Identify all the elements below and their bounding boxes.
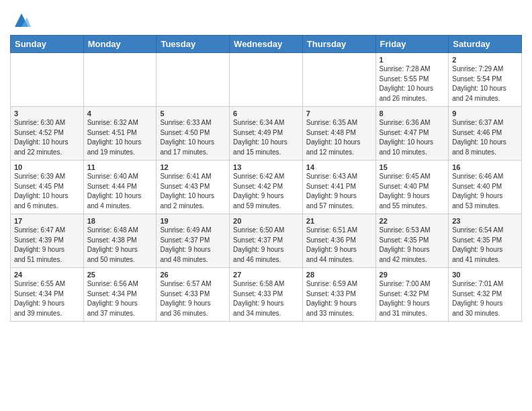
day-info: Sunrise: 6:56 AM Sunset: 4:34 PM Dayligh…	[87, 279, 153, 318]
calendar-cell: 10Sunrise: 6:39 AM Sunset: 4:45 PM Dayli…	[11, 161, 84, 214]
day-number: 21	[306, 217, 372, 225]
calendar-cell: 12Sunrise: 6:41 AM Sunset: 4:43 PM Dayli…	[157, 161, 230, 214]
calendar-cell: 30Sunrise: 7:01 AM Sunset: 4:32 PM Dayli…	[449, 268, 522, 322]
day-number: 3	[14, 109, 80, 118]
calendar-cell: 25Sunrise: 6:56 AM Sunset: 4:34 PM Dayli…	[83, 268, 157, 322]
day-info: Sunrise: 6:30 AM Sunset: 4:52 PM Dayligh…	[14, 118, 80, 157]
weekday-header-saturday: Saturday	[449, 36, 522, 53]
day-info: Sunrise: 6:32 AM Sunset: 4:51 PM Dayligh…	[87, 118, 153, 157]
weekday-header-thursday: Thursday	[302, 36, 375, 53]
day-number: 16	[452, 163, 518, 171]
calendar-cell: 3Sunrise: 6:30 AM Sunset: 4:52 PM Daylig…	[11, 107, 84, 161]
day-number: 1	[380, 56, 445, 64]
page: SundayMondayTuesdayWednesdayThursdayFrid…	[0, 0, 532, 332]
calendar-cell: 16Sunrise: 6:46 AM Sunset: 4:40 PM Dayli…	[449, 161, 522, 214]
calendar-cell	[83, 53, 157, 107]
day-number: 15	[380, 163, 445, 171]
day-info: Sunrise: 6:35 AM Sunset: 4:48 PM Dayligh…	[306, 118, 372, 157]
day-number: 29	[380, 271, 445, 279]
day-info: Sunrise: 6:53 AM Sunset: 4:35 PM Dayligh…	[380, 226, 445, 265]
calendar-cell: 26Sunrise: 6:57 AM Sunset: 4:33 PM Dayli…	[157, 268, 230, 322]
logo-icon	[12, 11, 31, 30]
calendar-cell: 5Sunrise: 6:33 AM Sunset: 4:50 PM Daylig…	[157, 107, 230, 161]
day-number: 7	[306, 109, 372, 118]
calendar-cell: 22Sunrise: 6:53 AM Sunset: 4:35 PM Dayli…	[375, 214, 449, 268]
day-info: Sunrise: 6:39 AM Sunset: 4:45 PM Dayligh…	[14, 172, 80, 211]
calendar-cell: 6Sunrise: 6:34 AM Sunset: 4:49 PM Daylig…	[230, 107, 303, 161]
weekday-header-tuesday: Tuesday	[157, 36, 230, 53]
calendar-cell: 27Sunrise: 6:58 AM Sunset: 4:33 PM Dayli…	[230, 268, 303, 322]
day-info: Sunrise: 6:33 AM Sunset: 4:50 PM Dayligh…	[160, 118, 226, 157]
day-info: Sunrise: 6:50 AM Sunset: 4:37 PM Dayligh…	[233, 226, 299, 265]
week-row-4: 17Sunrise: 6:47 AM Sunset: 4:39 PM Dayli…	[11, 214, 522, 268]
day-info: Sunrise: 6:47 AM Sunset: 4:39 PM Dayligh…	[14, 226, 80, 265]
week-row-5: 24Sunrise: 6:55 AM Sunset: 4:34 PM Dayli…	[11, 268, 522, 322]
calendar-cell: 9Sunrise: 6:37 AM Sunset: 4:46 PM Daylig…	[449, 107, 522, 161]
calendar-cell: 24Sunrise: 6:55 AM Sunset: 4:34 PM Dayli…	[11, 268, 84, 322]
day-info: Sunrise: 6:48 AM Sunset: 4:38 PM Dayligh…	[87, 226, 153, 265]
calendar-cell: 13Sunrise: 6:42 AM Sunset: 4:42 PM Dayli…	[230, 161, 303, 214]
day-number: 30	[452, 271, 518, 279]
day-number: 5	[160, 109, 226, 118]
day-number: 2	[452, 56, 518, 64]
day-info: Sunrise: 6:51 AM Sunset: 4:36 PM Dayligh…	[306, 226, 372, 265]
day-info: Sunrise: 6:49 AM Sunset: 4:37 PM Dayligh…	[160, 226, 226, 265]
weekday-header-sunday: Sunday	[11, 36, 84, 53]
calendar-cell: 8Sunrise: 6:36 AM Sunset: 4:47 PM Daylig…	[375, 107, 449, 161]
weekday-header-wednesday: Wednesday	[230, 36, 303, 53]
week-row-1: 1Sunrise: 7:28 AM Sunset: 5:55 PM Daylig…	[11, 53, 522, 107]
weekday-header-monday: Monday	[83, 36, 157, 53]
day-info: Sunrise: 6:43 AM Sunset: 4:41 PM Dayligh…	[306, 172, 372, 211]
day-number: 26	[160, 271, 226, 279]
day-number: 20	[233, 217, 299, 225]
header	[10, 7, 522, 30]
day-info: Sunrise: 6:37 AM Sunset: 4:46 PM Dayligh…	[452, 118, 518, 157]
day-info: Sunrise: 6:40 AM Sunset: 4:44 PM Dayligh…	[87, 172, 153, 211]
day-number: 11	[87, 163, 153, 171]
week-row-2: 3Sunrise: 6:30 AM Sunset: 4:52 PM Daylig…	[11, 107, 522, 161]
calendar-cell	[302, 53, 375, 107]
day-info: Sunrise: 6:58 AM Sunset: 4:33 PM Dayligh…	[233, 279, 299, 318]
day-number: 24	[14, 271, 80, 279]
calendar-cell: 14Sunrise: 6:43 AM Sunset: 4:41 PM Dayli…	[302, 161, 375, 214]
weekday-header-row: SundayMondayTuesdayWednesdayThursdayFrid…	[11, 36, 522, 53]
calendar-cell: 19Sunrise: 6:49 AM Sunset: 4:37 PM Dayli…	[157, 214, 230, 268]
day-info: Sunrise: 6:55 AM Sunset: 4:34 PM Dayligh…	[14, 279, 80, 318]
calendar-cell: 4Sunrise: 6:32 AM Sunset: 4:51 PM Daylig…	[83, 107, 157, 161]
day-number: 27	[233, 271, 299, 279]
day-number: 23	[452, 217, 518, 225]
weekday-header-friday: Friday	[375, 36, 449, 53]
day-number: 6	[233, 109, 299, 118]
day-info: Sunrise: 6:57 AM Sunset: 4:33 PM Dayligh…	[160, 279, 226, 318]
day-info: Sunrise: 7:29 AM Sunset: 5:54 PM Dayligh…	[452, 64, 518, 103]
calendar-cell	[157, 53, 230, 107]
calendar-cell	[11, 53, 84, 107]
day-number: 14	[306, 163, 372, 171]
day-number: 10	[14, 163, 80, 171]
day-info: Sunrise: 7:01 AM Sunset: 4:32 PM Dayligh…	[452, 279, 518, 318]
calendar-cell: 17Sunrise: 6:47 AM Sunset: 4:39 PM Dayli…	[11, 214, 84, 268]
calendar-cell: 21Sunrise: 6:51 AM Sunset: 4:36 PM Dayli…	[302, 214, 375, 268]
day-info: Sunrise: 6:54 AM Sunset: 4:35 PM Dayligh…	[452, 226, 518, 265]
day-number: 17	[14, 217, 80, 225]
calendar-cell: 15Sunrise: 6:45 AM Sunset: 4:40 PM Dayli…	[375, 161, 449, 214]
calendar-cell: 20Sunrise: 6:50 AM Sunset: 4:37 PM Dayli…	[230, 214, 303, 268]
day-number: 8	[380, 109, 445, 118]
day-info: Sunrise: 6:42 AM Sunset: 4:42 PM Dayligh…	[233, 172, 299, 211]
day-number: 12	[160, 163, 226, 171]
day-number: 19	[160, 217, 226, 225]
day-number: 22	[380, 217, 445, 225]
day-info: Sunrise: 6:36 AM Sunset: 4:47 PM Dayligh…	[380, 118, 445, 157]
calendar-cell: 2Sunrise: 7:29 AM Sunset: 5:54 PM Daylig…	[449, 53, 522, 107]
day-info: Sunrise: 7:00 AM Sunset: 4:32 PM Dayligh…	[380, 279, 445, 318]
day-number: 28	[306, 271, 372, 279]
calendar-table: SundayMondayTuesdayWednesdayThursdayFrid…	[10, 35, 522, 322]
day-info: Sunrise: 6:45 AM Sunset: 4:40 PM Dayligh…	[380, 172, 445, 211]
week-row-3: 10Sunrise: 6:39 AM Sunset: 4:45 PM Dayli…	[11, 161, 522, 214]
day-info: Sunrise: 6:59 AM Sunset: 4:33 PM Dayligh…	[306, 279, 372, 318]
day-info: Sunrise: 7:28 AM Sunset: 5:55 PM Dayligh…	[380, 64, 445, 103]
day-number: 18	[87, 217, 153, 225]
day-info: Sunrise: 6:34 AM Sunset: 4:49 PM Dayligh…	[233, 118, 299, 157]
calendar-cell: 29Sunrise: 7:00 AM Sunset: 4:32 PM Dayli…	[375, 268, 449, 322]
day-info: Sunrise: 6:41 AM Sunset: 4:43 PM Dayligh…	[160, 172, 226, 211]
